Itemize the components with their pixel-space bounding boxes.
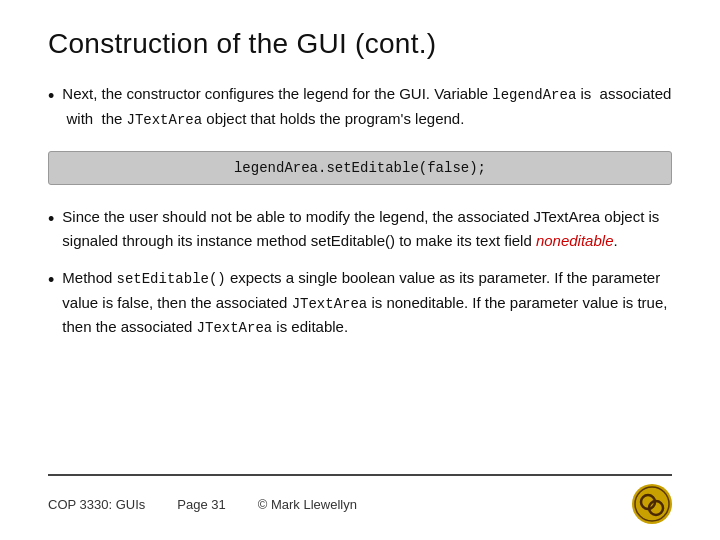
bullet-dot-2: • [48,207,54,232]
bullet-dot-1: • [48,84,54,109]
slide-content: • Next, the constructor configures the l… [48,82,672,464]
bullet-3: • Method setEditable() expects a single … [48,266,672,340]
bullet-text-1: Next, the constructor configures the leg… [62,82,672,131]
footer: COP 3330: GUIs Page 31 © Mark Llewellyn [48,474,672,524]
footer-left: COP 3330: GUIs Page 31 © Mark Llewellyn [48,497,357,512]
footer-logo [632,484,672,524]
bullet-text-2: Since the user should not be able to mod… [62,205,672,252]
footer-course: COP 3330: GUIs [48,497,145,512]
bullet-text-3: Method setEditable() expects a single bo… [62,266,672,340]
code-setEditable: setEditable() [117,271,226,287]
footer-copyright: © Mark Llewellyn [258,497,357,512]
code-legendArea-1: legendArea [492,87,576,103]
code-JTextArea-3: JTextArea [197,320,273,336]
footer-page: Page 31 [177,497,225,512]
bullet-2: • Since the user should not be able to m… [48,205,672,252]
code-JTextArea-1: JTextArea [127,112,203,128]
logo-icon [634,486,670,522]
noneditable-text: noneditable [536,232,614,249]
code-JTextArea-2: JTextArea [292,296,368,312]
slide: Construction of the GUI (cont.) • Next, … [0,0,720,540]
code-block: legendArea.setEditable(false); [48,151,672,185]
slide-title: Construction of the GUI (cont.) [48,28,672,60]
bullet-dot-3: • [48,268,54,293]
bullet-1: • Next, the constructor configures the l… [48,82,672,131]
